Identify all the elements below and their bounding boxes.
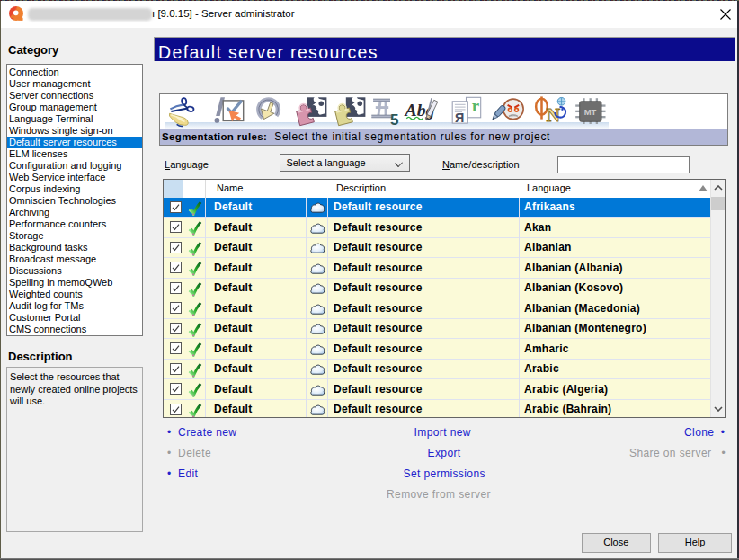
svg-text:Я: Я <box>455 111 464 125</box>
svg-text:N: N <box>547 104 561 126</box>
svg-text:MT: MT <box>583 107 596 117</box>
svg-text:r: r <box>472 96 479 115</box>
svg-text:5: 5 <box>390 111 399 129</box>
